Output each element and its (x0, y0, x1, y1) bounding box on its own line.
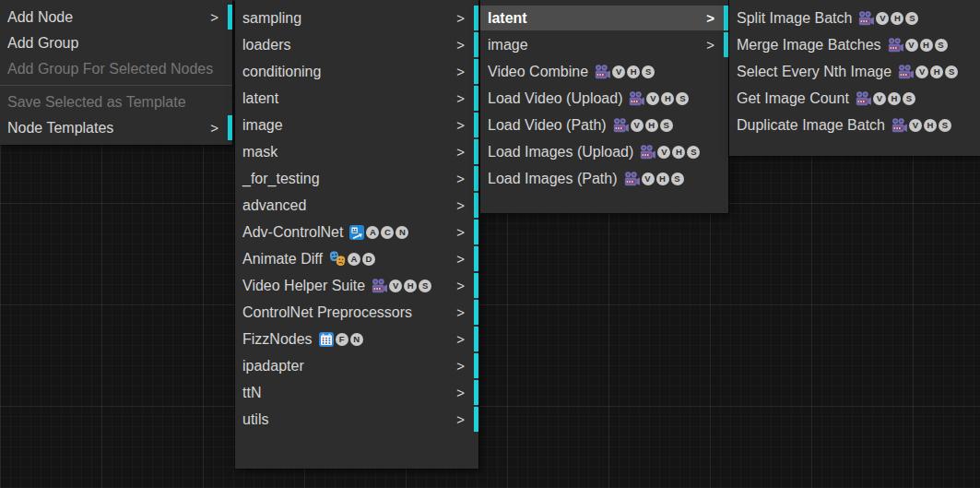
submenu-arrow-icon: > (456, 246, 469, 271)
menu-item-video-helper-suite[interactable]: Video Helper SuiteVHS> (235, 273, 478, 298)
add-node-menu-panel: sampling>loaders>conditioning>latent>ima… (235, 0, 478, 469)
menu-item-label: ControlNet Preprocessors (242, 300, 412, 325)
menu-separator (0, 85, 232, 86)
menu-item-label: latent (242, 86, 278, 111)
submenu-arrow-icon: > (456, 407, 469, 432)
menu-item-add-node[interactable]: Add Node> (0, 5, 232, 30)
menu-item-animate-diff[interactable]: Animate DiffAD> (235, 246, 478, 271)
passport-control-icon (349, 225, 364, 240)
badge-letter-v: V (905, 39, 918, 52)
menu-item-utils[interactable]: utils> (235, 407, 478, 432)
menu-item-loaders[interactable]: loaders> (235, 32, 478, 57)
menu-item-label: Video Helper Suite (242, 273, 365, 298)
menu-item-label: Load Images (Path) (488, 166, 618, 191)
submenu-arrow-icon: > (456, 32, 469, 57)
menu-item-label: Video Combine (488, 59, 588, 84)
badge-letter-n: N (350, 333, 363, 346)
menu-item-merge-image-batches[interactable]: Merge Image BatchesVHS (729, 32, 980, 57)
menu-item-label: advanced (242, 193, 306, 218)
submenu-arrow-icon: > (456, 6, 469, 30)
movie-camera-icon (624, 172, 640, 186)
menu-item-latent[interactable]: latent> (480, 6, 728, 30)
menu-item-save-selected-as-template: Save Selected as Template (0, 89, 232, 114)
menu-item-for-testing[interactable]: _for_testing> (235, 166, 478, 191)
submenu-arrow-icon: > (456, 139, 469, 164)
submenu-arrow-icon: > (456, 86, 469, 111)
badge-letter-v: V (873, 92, 886, 105)
menu-item-label: latent (488, 6, 527, 30)
menu-item-get-image-count[interactable]: Get Image CountVHS (729, 86, 980, 111)
submenu-arrow-icon: > (456, 353, 469, 378)
movie-camera-icon (613, 118, 629, 133)
menu-item-mask[interactable]: mask> (235, 139, 478, 164)
menu-item-label: Add Node (7, 5, 73, 30)
menu-item-load-images-upload[interactable]: Load Images (Upload)VHS (480, 139, 728, 164)
badge-letter-v: V (389, 280, 402, 292)
context-menu-panel: Add Node>Add GroupAdd Group For Selected… (0, 0, 232, 145)
badge-letter-v: V (646, 92, 659, 105)
badge-letter-v: V (657, 146, 670, 159)
menu-item-image[interactable]: image> (480, 32, 728, 57)
menu-item-video-combine[interactable]: Video CombineVHS (480, 59, 728, 84)
menu-item-conditioning[interactable]: conditioning> (235, 59, 478, 84)
menu-item-sampling[interactable]: sampling> (235, 6, 478, 30)
menu-item-label: Load Video (Path) (488, 113, 607, 137)
movie-camera-icon (595, 65, 610, 79)
menu-item-duplicate-image-batch[interactable]: Duplicate Image BatchVHS (729, 113, 980, 137)
badge-letter-h: H (891, 12, 903, 25)
badge-letter-h: H (645, 119, 658, 132)
badge-letter-a: A (348, 253, 360, 266)
movie-camera-icon (629, 91, 644, 106)
menu-item-label: Save Selected as Template (7, 89, 186, 114)
badge-letter-v: V (631, 119, 643, 132)
menu-item-image[interactable]: image> (235, 113, 478, 137)
submenu-arrow-icon: > (210, 5, 223, 30)
menu-item-ipadapter[interactable]: ipadapter> (235, 353, 478, 378)
menu-item-add-group-for-selected-nodes: Add Group For Selected Nodes (0, 56, 232, 81)
movie-camera-icon (888, 38, 903, 53)
menu-item-label: Get Image Count (737, 86, 849, 111)
menu-item-ttn[interactable]: ttN> (235, 380, 478, 405)
menu-item-split-image-batch[interactable]: Split Image BatchVHS (729, 6, 980, 30)
menu-item-label: Select Every Nth Image (737, 59, 891, 84)
menu-item-load-video-upload[interactable]: Load Video (Upload)VHS (480, 86, 728, 111)
badge-letter-s: S (905, 12, 918, 25)
menu-item-load-images-path[interactable]: Load Images (Path)VHS (480, 166, 728, 191)
submenu-arrow-icon: > (456, 113, 469, 137)
badge-letter-s: S (945, 65, 958, 78)
submenu-arrow-icon: > (210, 115, 223, 140)
graph-canvas[interactable]: Add Node>Add GroupAdd Group For Selected… (0, 0, 980, 488)
badge-letter-s: S (687, 146, 700, 159)
badge-letter-h: H (930, 65, 943, 78)
menu-item-node-templates[interactable]: Node Templates> (0, 115, 232, 140)
movie-camera-icon (858, 11, 874, 26)
badge-letter-h: H (656, 173, 669, 185)
menu-item-load-video-path[interactable]: Load Video (Path)VHS (480, 113, 728, 137)
menu-item-advanced[interactable]: advanced> (235, 193, 478, 218)
menu-item-select-every-nth-image[interactable]: Select Every Nth ImageVHS (729, 59, 980, 84)
menu-item-label: Merge Image Batches (737, 32, 881, 57)
menu-item-label: image (242, 113, 283, 137)
menu-item-adv-controlnet[interactable]: Adv-ControlNetACN> (235, 220, 478, 244)
menu-item-latent[interactable]: latent> (235, 86, 478, 111)
submenu-arrow-icon: > (456, 166, 469, 191)
menu-item-controlnet-preprocessors[interactable]: ControlNet Preprocessors> (235, 300, 478, 325)
submenu-arrow-icon: > (456, 300, 469, 325)
menu-item-label: _for_testing (242, 166, 320, 191)
menu-item-label: loaders (242, 32, 290, 57)
badge-letter-a: A (366, 226, 379, 239)
badge-letter-v: V (612, 65, 625, 78)
badge-letter-s: S (903, 92, 915, 105)
image-batch-menu-panel: Split Image BatchVHSMerge Image BatchesV… (729, 0, 980, 156)
menu-item-label: Add Group (7, 30, 78, 55)
movie-camera-icon (891, 118, 907, 133)
menu-item-fizznodes[interactable]: FizzNodesFN> (235, 327, 478, 351)
movie-camera-icon (640, 145, 655, 160)
badge-letter-h: H (672, 146, 685, 159)
movie-camera-icon (372, 279, 387, 293)
menu-item-add-group[interactable]: Add Group (0, 30, 232, 55)
menu-item-label: image (488, 32, 528, 57)
submenu-arrow-icon: > (706, 6, 719, 30)
badge-letter-h: H (920, 39, 933, 52)
submenu-arrow-icon: > (456, 273, 469, 298)
